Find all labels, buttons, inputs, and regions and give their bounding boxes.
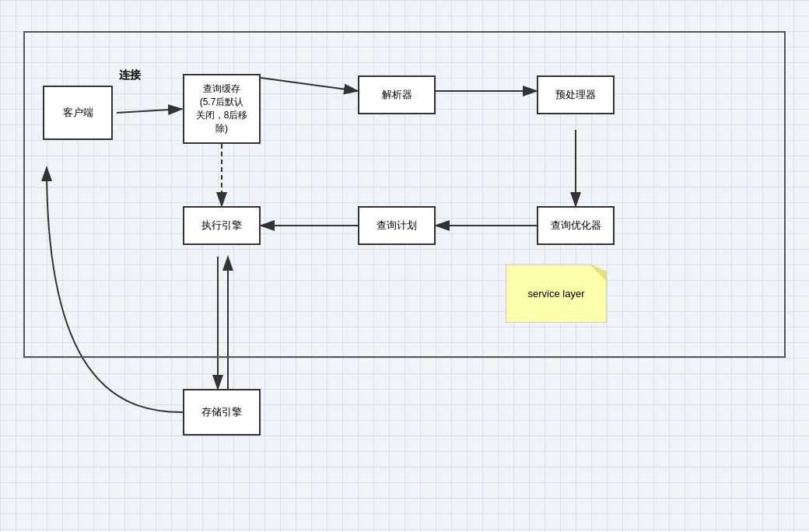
box-storage: 存储引擎 bbox=[183, 389, 261, 436]
box-optimizer: 查询优化器 bbox=[537, 206, 615, 245]
box-client: 客户端 bbox=[43, 86, 113, 140]
box-parser: 解析器 bbox=[358, 75, 436, 114]
box-plan: 查询计划 bbox=[358, 206, 436, 245]
box-cache: 查询缓存(5.7后默认关闭，8后移除) bbox=[183, 74, 261, 144]
box-engine: 执行引擎 bbox=[183, 206, 261, 245]
connect-label: 连接 bbox=[119, 68, 141, 82]
box-preprocessor: 预处理器 bbox=[537, 75, 615, 114]
note-service-layer: service layer bbox=[506, 264, 607, 323]
